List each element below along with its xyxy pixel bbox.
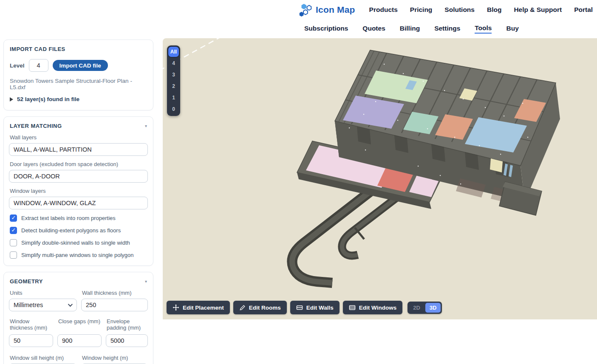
level-label: Level — [10, 62, 25, 69]
tab-tools[interactable]: Tools — [475, 24, 492, 34]
simplify-windows-label: Simplify multi-pane windows to single po… — [21, 252, 133, 258]
wall-thickness-label: Wall thickness (mm) — [82, 290, 147, 296]
edit-walls-button[interactable]: Edit Walls — [290, 301, 340, 314]
view-3d-button[interactable]: 3D — [425, 303, 441, 313]
simplify-walls-checkbox[interactable] — [10, 239, 17, 246]
door-layers-label: Door layers (excluded from space detecti… — [10, 161, 147, 167]
window-layers-label: Window layers — [10, 188, 147, 194]
units-select[interactable]: Millimetres — [9, 299, 77, 311]
edit-windows-label: Edit Windows — [359, 305, 396, 311]
tab-buy[interactable]: Buy — [506, 25, 518, 33]
layer-matching-title: LAYER MATCHING — [10, 123, 62, 129]
window-thickness-input[interactable] — [9, 334, 53, 347]
edit-rooms-label: Edit Rooms — [249, 305, 281, 311]
simplify-windows-checkbox[interactable] — [10, 251, 17, 259]
checkbox-row-detect-extent: Detect building-extent polygons as floor… — [9, 227, 148, 234]
viewport-toolbar: Edit Placement Edit Rooms Edit Walls Edi… — [167, 301, 442, 314]
nav-help-support[interactable]: Help & Support — [514, 6, 562, 14]
window-icon — [349, 304, 356, 311]
envelope-padding-input[interactable] — [106, 334, 148, 347]
units-selected-value: Millimetres — [14, 302, 43, 308]
edit-windows-button[interactable]: Edit Windows — [343, 301, 402, 314]
level-4-button[interactable]: 4 — [168, 58, 179, 68]
expand-arrow-icon — [10, 97, 13, 102]
secondary-nav: Subscriptions Quotes Billing Settings To… — [304, 20, 519, 38]
window-sill-height-label: Window sill height (m) — [10, 355, 76, 361]
nav-pricing[interactable]: Pricing — [410, 6, 433, 14]
checkbox-row-simplify-windows: Simplify multi-pane windows to single po… — [9, 251, 148, 259]
import-cad-panel: IMPORT CAD FILES Level Import CAD file S… — [3, 40, 153, 110]
collapse-caret-icon[interactable]: ▾ — [145, 279, 147, 284]
window-height-label: Window height (m) — [82, 355, 147, 361]
extract-text-label: Extract text labels into room properties — [21, 215, 116, 221]
simplify-walls-label: Simplify double-skinned walls to single … — [21, 240, 130, 246]
building-3d-model — [163, 38, 597, 319]
wall-thickness-input[interactable] — [81, 299, 148, 311]
ramp-curves — [292, 188, 401, 283]
extract-text-checkbox[interactable] — [10, 214, 17, 222]
import-panel-title: IMPORT CAD FILES — [10, 46, 65, 52]
level-3-button[interactable]: 3 — [168, 70, 179, 80]
level-selector: All 4 3 2 1 0 — [167, 45, 180, 116]
wall-icon — [296, 304, 303, 311]
close-gaps-label: Close gaps (mm) — [58, 318, 101, 332]
right-block — [499, 182, 542, 215]
logo-hexagons-icon — [299, 3, 312, 17]
wall-layers-label: Wall layers — [10, 134, 147, 141]
geometry-panel: GEOMETRY ▾ Units Millimetres Wall thickn… — [3, 272, 153, 364]
edit-rooms-button[interactable]: Edit Rooms — [233, 301, 287, 314]
window-thickness-label: Window thickness (mm) — [10, 318, 52, 332]
tab-subscriptions[interactable]: Subscriptions — [304, 25, 348, 33]
pencil-icon — [239, 305, 246, 311]
collapse-caret-icon[interactable]: ▾ — [145, 124, 147, 128]
move-icon — [173, 304, 179, 311]
level-1-button[interactable]: 1 — [168, 93, 179, 103]
geometry-title: GEOMETRY — [10, 278, 43, 285]
top-navigation: Icon Map Products Pricing Solutions Blog… — [0, 0, 597, 38]
wall-layers-input[interactable] — [9, 143, 148, 156]
level-all-button[interactable]: All — [168, 47, 179, 57]
sidebar: IMPORT CAD FILES Level Import CAD file S… — [3, 40, 153, 364]
edit-placement-button[interactable]: Edit Placement — [167, 301, 230, 314]
tab-quotes[interactable]: Quotes — [362, 25, 385, 33]
detect-extent-label: Detect building-extent polygons as floor… — [21, 227, 121, 234]
detect-extent-checkbox[interactable] — [10, 227, 17, 234]
level-0-button[interactable]: 0 — [168, 104, 179, 114]
tab-settings[interactable]: Settings — [434, 25, 460, 33]
nav-blog[interactable]: Blog — [487, 6, 501, 14]
door-layers-input[interactable] — [9, 170, 148, 183]
primary-nav: Icon Map Products Pricing Solutions Blog… — [299, 0, 593, 20]
brand-name: Icon Map — [316, 5, 355, 15]
imported-filename: Snowdon Towers Sample Structural-Floor P… — [10, 78, 147, 90]
units-label: Units — [10, 290, 76, 296]
edit-walls-label: Edit Walls — [306, 305, 334, 311]
checkbox-row-extract-text: Extract text labels into room properties — [9, 214, 148, 222]
view-2d-button[interactable]: 2D — [409, 303, 424, 313]
window-layers-input[interactable] — [9, 197, 148, 209]
edit-placement-label: Edit Placement — [183, 305, 224, 311]
level-input[interactable] — [29, 59, 48, 72]
close-gaps-input[interactable] — [57, 334, 102, 347]
nav-portal[interactable]: Portal — [574, 6, 593, 14]
map-viewport[interactable]: All 4 3 2 1 0 Edit Placement Edit Rooms — [163, 38, 597, 319]
checkbox-row-simplify-walls: Simplify double-skinned walls to single … — [9, 239, 148, 246]
import-cad-file-button[interactable]: Import CAD file — [53, 60, 108, 71]
layers-found-text: 52 layer(s) found in file — [17, 96, 79, 102]
layer-matching-panel: LAYER MATCHING ▾ Wall layers Door layers… — [3, 116, 153, 266]
level-2-button[interactable]: 2 — [168, 81, 179, 91]
app-logo[interactable]: Icon Map — [299, 3, 355, 17]
envelope-padding-label: Envelope padding (mm) — [107, 318, 147, 332]
chevron-down-icon — [68, 302, 73, 307]
layers-found-disclosure[interactable]: 52 layer(s) found in file — [10, 96, 147, 102]
view-mode-toggle: 2D 3D — [407, 302, 442, 314]
nav-products[interactable]: Products — [369, 6, 398, 14]
nav-solutions[interactable]: Solutions — [444, 6, 475, 14]
tab-billing[interactable]: Billing — [400, 25, 420, 33]
